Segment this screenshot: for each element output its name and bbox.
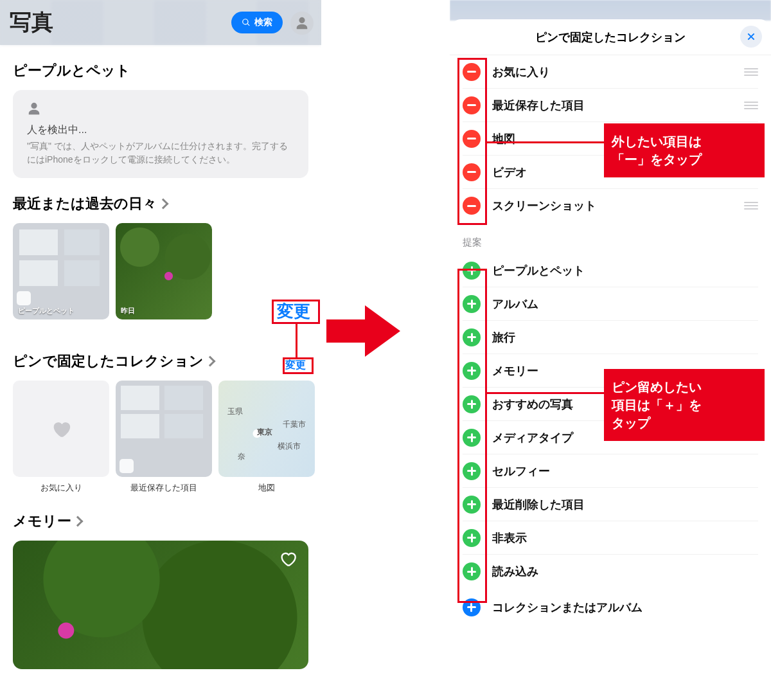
- annotation-box-minus: [457, 58, 487, 225]
- sheet-behind-blur: [450, 0, 771, 21]
- row-label: ピープルとペット: [492, 263, 585, 278]
- pinned-edit-sheet: ピンで固定したコレクション お気に入り最近保存した項目地図ビデオスクリーンショッ…: [450, 19, 771, 700]
- app-title: 写真: [10, 8, 53, 37]
- annotation-connector: [296, 324, 297, 357]
- suggestion-item-row: ピープルとペット: [463, 254, 758, 287]
- thumb-yesterday[interactable]: 昨日: [116, 223, 212, 319]
- row-label: セルフィー: [492, 463, 550, 479]
- detect-card-title: 人を検出中...: [27, 123, 294, 137]
- row-label: 最近保存した項目: [492, 98, 585, 113]
- search-label: 検索: [254, 17, 272, 28]
- pinned-caption: 最近保存した項目: [130, 482, 197, 494]
- search-icon: [242, 18, 251, 27]
- row-label: お気に入り: [492, 64, 550, 80]
- detect-card-body: "写真" では、人やペットがアルバムに仕分けされます。完了するにはiPhoneを…: [27, 139, 294, 166]
- heart-icon: [50, 418, 72, 440]
- suggestion-item-row: セルフィー: [463, 454, 758, 488]
- sheet-header: ピンで固定したコレクション: [450, 19, 771, 55]
- drag-handle-icon[interactable]: [744, 102, 758, 109]
- row-label: メモリー: [492, 363, 538, 379]
- row-label: 地図: [492, 131, 515, 147]
- people-detect-card: 人を検出中... "写真" では、人やペットがアルバムに仕分けされます。完了する…: [13, 90, 308, 178]
- memory-tile[interactable]: [13, 541, 308, 669]
- drag-handle-icon[interactable]: [744, 202, 758, 210]
- suggestion-item-row: 旅行: [463, 321, 758, 354]
- suggestion-item-row: 最近削除した項目: [463, 488, 758, 521]
- pinned-caption: 地図: [258, 482, 275, 494]
- close-button[interactable]: [740, 26, 762, 48]
- section-pinned-title[interactable]: ピンで固定したコレクション: [13, 352, 308, 371]
- pinned-row: お気に入り 最近保存した項目 玉県 東京 千葉市 横浜市 奈: [13, 381, 308, 494]
- row-label: アルバム: [492, 296, 538, 312]
- section-people-title: ピープルとペット: [13, 61, 308, 80]
- thumb-badge-icon: [17, 291, 31, 305]
- row-label: おすすめの写真: [492, 397, 573, 412]
- section-memory-title[interactable]: メモリー: [13, 512, 308, 531]
- days-thumbs: ピープルとペット 昨日: [13, 223, 308, 319]
- pinned-caption: お気に入り: [40, 482, 82, 494]
- arrow-right-icon: [326, 305, 403, 357]
- close-icon: [746, 31, 756, 42]
- map-labels: 玉県 東京 千葉市 横浜市 奈: [218, 381, 315, 477]
- section-days-title[interactable]: 最近または過去の日々: [13, 194, 308, 213]
- thumb-badge-icon: [120, 459, 134, 473]
- annotation-note-add: ピン留めしたい 項目は「＋」を タップ: [604, 369, 765, 441]
- left-body: ピープルとペット 人を検出中... "写真" では、人やペットがアルバムに仕分け…: [0, 61, 321, 669]
- pinned-recent-saved[interactable]: 最近保存した項目: [116, 381, 212, 494]
- map-thumb: 玉県 東京 千葉市 横浜市 奈: [218, 381, 315, 477]
- suggestion-item-row: アルバム: [463, 287, 758, 321]
- annotation-connector-plus: [487, 392, 604, 394]
- pinned-item-row: スクリーンショット: [463, 189, 758, 222]
- annotation-connector-minus: [487, 141, 604, 143]
- add-collection-label: コレクションまたはアルバム: [492, 600, 642, 615]
- chevron-right-icon: [158, 199, 169, 210]
- annotation-note-remove: 外したい項目は 「ー」をタップ: [604, 123, 765, 177]
- profile-button[interactable]: [290, 12, 314, 35]
- pinned-favorites[interactable]: お気に入り: [13, 381, 109, 494]
- row-label: メディアタイプ: [492, 430, 573, 445]
- row-label: スクリーンショット: [492, 198, 596, 213]
- change-button-small[interactable]: 変更: [285, 359, 306, 372]
- row-label: 最近削除した項目: [492, 497, 585, 512]
- row-label: 旅行: [492, 330, 515, 345]
- thumb-caption: ピープルとペット: [18, 306, 75, 316]
- favorites-thumb: [13, 381, 109, 477]
- heart-outline-icon[interactable]: [279, 550, 297, 568]
- thumb-people-and-pets[interactable]: ピープルとペット: [13, 223, 109, 319]
- person-icon: [295, 16, 309, 30]
- row-label: 読み込み: [492, 564, 538, 579]
- add-collection-row[interactable]: コレクションまたはアルバム: [450, 588, 771, 616]
- row-label: 非表示: [492, 530, 527, 546]
- search-button[interactable]: 検索: [231, 12, 283, 33]
- thumb-caption: 昨日: [121, 306, 135, 316]
- recent-thumb: [116, 381, 212, 477]
- pinned-item-row: お気に入り: [463, 55, 758, 89]
- annotation-box-plus: [457, 269, 487, 603]
- suggestion-item-row: 非表示: [463, 521, 758, 555]
- person-icon: [27, 102, 41, 116]
- chevron-right-icon: [205, 356, 216, 367]
- change-button-large[interactable]: 変更: [274, 301, 313, 321]
- row-label: ビデオ: [492, 165, 527, 180]
- suggestions-header: 提案: [450, 222, 771, 254]
- sheet-title: ピンで固定したコレクション: [535, 30, 686, 45]
- header: 写真 検索: [0, 0, 321, 45]
- phone-left: 写真 検索 ピープルとペット 人を検出中... "写真" では、人やペットがアル…: [0, 0, 321, 700]
- suggestion-item-row: 読み込み: [463, 555, 758, 588]
- chevron-right-icon: [73, 516, 84, 527]
- pinned-map[interactable]: 玉県 東京 千葉市 横浜市 奈 地図: [218, 381, 315, 494]
- phone-right: ピンで固定したコレクション お気に入り最近保存した項目地図ビデオスクリーンショッ…: [450, 0, 771, 700]
- pinned-item-row: 最近保存した項目: [463, 89, 758, 122]
- drag-handle-icon[interactable]: [744, 68, 758, 76]
